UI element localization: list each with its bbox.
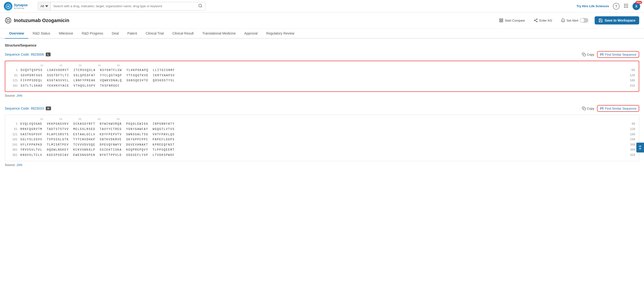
- save-icon: [598, 18, 603, 23]
- copy-sequence-2-button[interactable]: Copy: [582, 107, 594, 110]
- tab-patent[interactable]: Patent: [123, 29, 141, 39]
- seq2-row-241-content: VFLFPPKPKD TLMISRTPEV TCVVVDVSQE DPEVQFN…: [20, 142, 626, 148]
- tab-milestone[interactable]: Milestone: [54, 29, 78, 39]
- svg-rect-9: [624, 7, 625, 8]
- svg-rect-7: [626, 5, 626, 6]
- table-row: 121 SASTKGPSVF PLAPCSRSTS ESTAALGCLV KDY…: [9, 132, 635, 137]
- seq-row-61-end: 120: [625, 73, 635, 78]
- table-row: 301 YRVVSVLTVL HQDWLNGKEY KCKVSNKGLP SSI…: [9, 148, 635, 153]
- sequence-2-source-link[interactable]: JAN: [16, 163, 22, 167]
- svg-point-12: [5, 18, 11, 23]
- copy-icon-2: [582, 107, 586, 110]
- svg-rect-8: [627, 5, 628, 6]
- tab-approval[interactable]: Approval: [240, 29, 262, 39]
- search-input[interactable]: [51, 4, 195, 8]
- seq2-row-181-end: 240: [626, 137, 635, 142]
- tab-clinical-trial[interactable]: Clinical Trial: [141, 29, 168, 39]
- svg-point-1: [198, 4, 202, 7]
- drug-pin-icon: [5, 17, 12, 24]
- svg-line-15: [9, 19, 10, 19]
- seq2-row-181-start: 181: [9, 137, 20, 142]
- sequence-2-actions: Copy Find Similar Sequence: [582, 105, 639, 112]
- bell-icon: [561, 18, 565, 23]
- svg-line-14: [6, 19, 7, 19]
- chevron-down-icon: [45, 5, 48, 8]
- find-similar-label-2: Find Similar Sequence: [605, 107, 636, 110]
- seq-row-121-end: 180: [625, 78, 635, 84]
- svg-rect-10: [626, 7, 626, 8]
- svg-line-16: [6, 22, 7, 22]
- logo[interactable]: Synapse by polsnap: [4, 2, 35, 11]
- seq2-row-181-content: SGLYSLSSVV TVPSSSLGTK TYTCNVDHKP SNTKVDK…: [20, 137, 626, 142]
- start-compare-button[interactable]: Start Compare: [497, 17, 528, 24]
- top-navigation: Synapse by polsnap All Try Hiro Life Sci…: [0, 0, 644, 13]
- kg-icon: [534, 18, 538, 23]
- table-row: 1 DVQVTQSPSS LSASVGDRVT ITCRSSQSLA NSYGN…: [9, 68, 635, 73]
- svg-rect-18: [500, 19, 501, 20]
- sequence-1-source: Source: JAN: [5, 94, 639, 97]
- svg-rect-30: [584, 108, 586, 110]
- floating-side-button[interactable]: $ S: [636, 143, 644, 153]
- find-similar-sequence-1-button[interactable]: Find Similar Sequence: [597, 51, 639, 58]
- sequence-2-scroll[interactable]: 10 20 30 40 50 1 EVQLVQSGAE VKKPGASVKV S…: [5, 115, 639, 161]
- svg-point-13: [7, 19, 9, 21]
- seq2-row-1-start: 1: [9, 122, 20, 127]
- ruler2-50: 50: [108, 118, 128, 121]
- search-type-dropdown[interactable]: All: [38, 2, 51, 10]
- drug-header: Inotuzumab Ozogamicin Start Compare Ente…: [0, 13, 644, 29]
- tab-overview[interactable]: Overview: [5, 29, 28, 39]
- svg-point-23: [537, 19, 538, 20]
- save-to-workspace-button[interactable]: Save to Workspace: [595, 16, 639, 25]
- seq2-row-61-end: 120: [626, 127, 635, 132]
- tab-rd-progress[interactable]: R&D Progress: [78, 29, 107, 39]
- compare-icon: [499, 18, 503, 23]
- drug-actions: Start Compare Enter KG Set Alert: [497, 16, 639, 25]
- tab-rd-status[interactable]: R&D Status: [28, 29, 54, 39]
- user-avatar-button[interactable]: X New: [632, 3, 640, 10]
- tab-translational-medicine[interactable]: Translational Medicine: [198, 29, 240, 39]
- seq-row-1-content: DVQVTQSPSS LSASVGDRVT ITCRSSQSLA NSYGNTF…: [20, 68, 625, 73]
- tab-deal[interactable]: Deal: [108, 29, 123, 39]
- help-button[interactable]: ?: [613, 3, 620, 10]
- enter-kg-button[interactable]: Enter KG: [531, 17, 554, 24]
- seq2-row-61-content: RRKFQGRVTM TADTSTSTVV MELSSLRSED TAVYYCT…: [20, 127, 626, 132]
- seq2-row-1-end: 60: [626, 122, 635, 127]
- page-content: Structure/Sequence Sequence Code: 992300…: [0, 39, 644, 179]
- svg-point-22: [534, 20, 535, 21]
- sequence-2-ruler: 10 20 30 40 50: [9, 118, 635, 121]
- find-similar-sequence-2-button[interactable]: Find Similar Sequence: [597, 105, 639, 112]
- svg-rect-27: [584, 54, 586, 56]
- sequence-1-actions: Copy Find Similar Sequence: [582, 51, 639, 58]
- drug-name: Inotuzumab Ozogamicin: [14, 18, 69, 23]
- tab-clinical-result[interactable]: Clinical Result: [168, 29, 198, 39]
- try-hiro-link[interactable]: Try Hiro Life Sciences: [576, 4, 609, 8]
- table-row: 1 EVQLVQSGAE VKKPGASVKV SCKASGYRFT NYWIH…: [9, 122, 635, 127]
- svg-line-2: [201, 7, 202, 7]
- save-to-workspace-label: Save to Workspace: [605, 19, 636, 22]
- search-button[interactable]: [195, 4, 205, 9]
- svg-rect-11: [627, 7, 628, 8]
- ruler-10: 10: [32, 64, 51, 67]
- seq2-row-301-start: 301: [9, 148, 20, 153]
- set-alert-toggle[interactable]: [580, 18, 588, 23]
- seq2-row-121-content: SASTKGPSVF PLAPCSRSTS ESTAALGCLV KDYFPEP…: [20, 132, 626, 137]
- seq2-row-361-start: 361: [9, 153, 20, 158]
- seq2-row-301-content: YRVVSVLTVL HQDWLNGKEY KCKVSNKGLP SSIEKTI…: [20, 148, 626, 153]
- find-similar-label-1: Find Similar Sequence: [605, 53, 636, 56]
- logo-text: Synapse by polsnap: [14, 3, 28, 9]
- start-compare-label: Start Compare: [505, 19, 525, 22]
- table-row: 61 RRKFQGRVTM TADTSTSTVV MELSSLRSED TAVY…: [9, 127, 635, 132]
- svg-point-24: [537, 21, 538, 22]
- sequence-2-code[interactable]: Sequence Code: 9923033: [5, 107, 44, 110]
- copy-sequence-1-button[interactable]: Copy: [582, 53, 594, 56]
- sequence-1-ruler: 10 20 30 40 50: [9, 64, 635, 67]
- set-alert-button[interactable]: Set Alert: [558, 17, 591, 24]
- seq-row-1-start: 1: [9, 68, 20, 73]
- sequence-block-1: Sequence Code: 9923006 L Copy Find Simil…: [5, 51, 639, 97]
- svg-rect-3: [624, 4, 625, 5]
- seq-row-121-start: 121: [9, 78, 20, 84]
- apps-button[interactable]: [624, 3, 629, 9]
- sequence-1-source-link[interactable]: JAN: [16, 94, 22, 97]
- tab-regulatory-review[interactable]: Regulatory Review: [262, 29, 299, 39]
- sequence-1-code[interactable]: Sequence Code: 9923006: [5, 53, 44, 56]
